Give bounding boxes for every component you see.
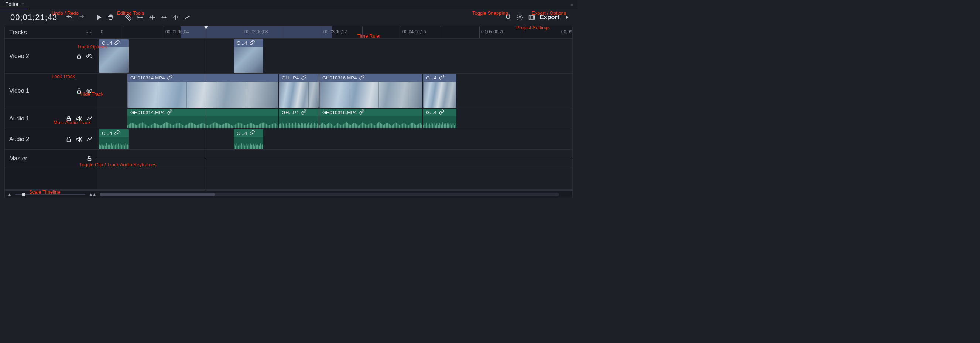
tracks-header-label: Tracks	[9, 29, 27, 36]
timeline-panel: Tracks ⋯ 0 00;01;00;04 00;02;00;08 00;03…	[5, 26, 573, 198]
clip-audio1-2[interactable]: GH...P4	[279, 108, 319, 128]
track-options-button[interactable]: ⋯	[86, 29, 93, 36]
ruler-tick-5: 00;05;00;20	[481, 29, 504, 34]
track-head-audio1: Audio 1	[5, 108, 97, 129]
toolbar: 00;01;21;43	[0, 9, 577, 26]
track-name-audio2: Audio 2	[9, 136, 62, 143]
clip-label: C...4	[102, 40, 112, 46]
ruler-tick-4: 00;04;00;16	[402, 29, 426, 34]
titlebar: Editor ≡ ≡	[0, 0, 577, 9]
track-lane-empty	[97, 168, 572, 189]
lock-track-video1[interactable]	[76, 88, 82, 94]
clip-video1-3[interactable]: GH010316.MP4	[320, 74, 422, 108]
link-icon	[301, 74, 307, 81]
link-icon	[167, 74, 173, 81]
export-label: Export	[539, 14, 559, 21]
svg-rect-2	[529, 16, 535, 19]
play-button[interactable]	[95, 13, 103, 21]
link-icon	[439, 109, 445, 116]
track-lane-video2[interactable]: C...4 G...4	[97, 39, 572, 73]
clip-label: GH010316.MP4	[322, 110, 357, 115]
timecode-display[interactable]: 00;01;21;43	[10, 13, 57, 22]
clip-video1-4[interactable]: G...4	[423, 74, 457, 108]
link-icon	[249, 40, 255, 46]
tracks-header: Tracks ⋯	[5, 26, 97, 38]
redo-button[interactable]	[77, 13, 85, 21]
clip-label: GH010316.MP4	[322, 75, 357, 81]
clip-audio1-3[interactable]: GH010316.MP4	[320, 108, 422, 128]
lock-track-video2[interactable]	[76, 53, 82, 59]
clip-label: G...4	[426, 110, 436, 115]
clip-video2-2[interactable]: G...4	[234, 39, 263, 73]
time-ruler[interactable]: 0 00;01;00;04 00;02;00;08 00;03;00;12 00…	[97, 26, 572, 38]
link-icon	[114, 40, 120, 46]
slide-tool[interactable]	[160, 13, 168, 21]
clip-label: GH010314.MP4	[130, 110, 165, 115]
svg-rect-8	[67, 139, 70, 142]
clip-audio1-4[interactable]: G...4	[423, 108, 457, 128]
hand-tool[interactable]	[107, 13, 115, 21]
lock-track-audio2[interactable]	[65, 136, 72, 143]
link-icon	[114, 130, 120, 137]
link-icon	[359, 74, 365, 81]
keyframes-toggle-audio1[interactable]	[86, 115, 93, 122]
hide-track-video2[interactable]	[86, 53, 93, 59]
zoom-slider[interactable]	[15, 194, 85, 195]
clip-label: GH...P4	[282, 75, 299, 81]
clip-video1-2[interactable]: GH...P4	[279, 74, 319, 108]
rate-stretch-tool[interactable]	[183, 13, 192, 21]
trim-tool[interactable]	[136, 13, 145, 21]
track-lane-audio1[interactable]: GH010314.MP4 GH...P4 GH010316.MP4 G...4	[97, 108, 572, 129]
ruler-tick-2: 00;02;00;08	[245, 29, 268, 34]
svg-rect-5	[78, 91, 81, 93]
link-icon	[439, 74, 445, 81]
clip-audio2-2[interactable]: G...4	[234, 129, 263, 149]
track-lane-audio2[interactable]: C...4 G...4	[97, 129, 572, 149]
export-button[interactable]: Export	[539, 14, 559, 21]
timeline-hscrollbar[interactable]	[100, 193, 559, 196]
svg-rect-3	[78, 56, 81, 58]
panel-footer: ▲ ▲▲	[5, 190, 572, 198]
mute-track-audio1[interactable]	[76, 115, 82, 122]
undo-button[interactable]	[65, 13, 73, 21]
panel-menu-icon[interactable]: ≡	[566, 2, 577, 6]
clip-video2-1[interactable]: C...4	[99, 39, 129, 73]
keyframes-toggle-audio2[interactable]	[86, 136, 93, 143]
razor-tool[interactable]	[172, 13, 180, 21]
track-head-video2: Video 2	[5, 39, 97, 73]
in-out-button[interactable]	[528, 13, 536, 21]
editor-tab-label: Editor	[5, 1, 19, 7]
track-name-master: Master	[9, 155, 82, 162]
clip-audio2-1[interactable]: C...4	[99, 129, 129, 149]
clip-audio1-1[interactable]: GH010314.MP4	[127, 108, 278, 128]
clip-label: C...4	[102, 131, 112, 136]
hide-track-video1[interactable]	[86, 88, 93, 94]
zoom-out-icon[interactable]: ▲	[8, 192, 11, 196]
track-lane-master[interactable]	[97, 150, 572, 167]
ripple-tool[interactable]	[124, 13, 132, 21]
tab-menu-icon[interactable]: ≡	[22, 2, 24, 6]
track-name-audio1: Audio 1	[9, 115, 62, 122]
track-name-video2: Video 2	[9, 53, 72, 59]
svg-point-4	[89, 55, 91, 57]
clip-label: GH...P4	[282, 110, 299, 115]
project-settings-button[interactable]	[516, 13, 524, 21]
slip-tool[interactable]	[148, 13, 156, 21]
editor-tab[interactable]: Editor ≡	[0, 0, 29, 9]
clip-label: G...4	[426, 75, 436, 81]
lock-track-master[interactable]	[86, 155, 93, 162]
link-icon	[167, 109, 173, 116]
track-head-video1: Video 1	[5, 73, 97, 108]
mute-track-audio2[interactable]	[76, 136, 82, 143]
snapping-toggle[interactable]	[504, 13, 512, 21]
clip-label: G...4	[237, 131, 247, 136]
lock-track-audio1[interactable]	[65, 115, 72, 122]
export-options-button[interactable]	[563, 13, 571, 21]
track-head-audio2: Audio 2	[5, 129, 97, 149]
zoom-in-icon[interactable]: ▲▲	[89, 192, 96, 196]
link-icon	[359, 109, 365, 116]
link-icon	[301, 109, 307, 116]
track-lane-video1[interactable]: GH010314.MP4 GH...P4 GH010316.MP4 G...4	[97, 73, 572, 108]
clip-video1-1[interactable]: GH010314.MP4	[127, 74, 278, 108]
track-name-video1: Video 1	[9, 88, 72, 94]
